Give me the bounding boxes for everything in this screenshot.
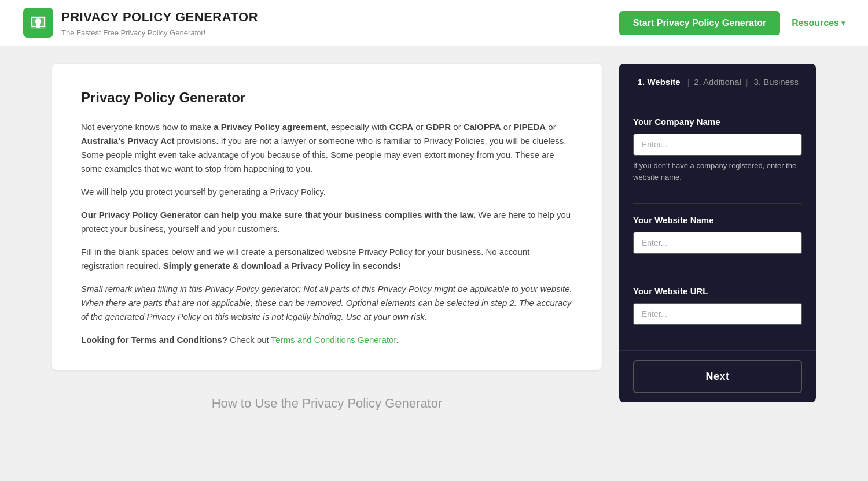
header-right: Start Privacy Policy Generator Resources… bbox=[619, 11, 845, 35]
paragraph-3: Our Privacy Policy Generator can help yo… bbox=[81, 208, 573, 236]
tos-paragraph: Looking for Terms and Conditions? Check … bbox=[81, 333, 573, 347]
paragraph-4: Fill in the blank spaces below and we wi… bbox=[81, 245, 573, 273]
website-url-input[interactable] bbox=[633, 303, 802, 325]
logo-icon bbox=[23, 8, 53, 38]
step-divider-2: | bbox=[746, 75, 748, 89]
main-content: Privacy Policy Generator Not everyone kn… bbox=[29, 46, 839, 443]
divider-2 bbox=[633, 275, 802, 275]
next-button[interactable]: Next bbox=[633, 360, 802, 393]
company-name-hint: If you don't have a company registered, … bbox=[633, 160, 802, 183]
company-name-label: Your Company Name bbox=[633, 115, 802, 129]
next-card: Next bbox=[619, 350, 816, 402]
how-to-title: How to Use the Privacy Policy Generator bbox=[52, 382, 602, 425]
step-3-business[interactable]: 3. Business bbox=[751, 75, 802, 89]
left-panel: Privacy Policy Generator Not everyone kn… bbox=[52, 64, 602, 426]
website-name-section: Your Website Name bbox=[633, 213, 802, 254]
right-panel: 1. Website | 2. Additional | 3. Business… bbox=[619, 64, 816, 402]
page-title: Privacy Policy Generator bbox=[81, 87, 573, 109]
step-2-additional[interactable]: 2. Additional bbox=[692, 75, 743, 89]
intro-card: Privacy Policy Generator Not everyone kn… bbox=[52, 64, 602, 370]
website-name-label: Your Website Name bbox=[633, 213, 802, 227]
step-1-website[interactable]: 1. Website bbox=[633, 75, 685, 89]
site-subtitle: The Fastest Free Privacy Policy Generato… bbox=[61, 27, 258, 39]
logo-area: PRIVACY POLICY GENERATOR The Fastest Fre… bbox=[23, 7, 258, 39]
tos-link[interactable]: Terms and Conditions Generator bbox=[271, 335, 396, 345]
divider-1 bbox=[633, 204, 802, 204]
form-card: Your Company Name If you don't have a co… bbox=[619, 101, 816, 350]
step-divider-1: | bbox=[687, 75, 689, 89]
paragraph-2: We will help you protect yourself by gen… bbox=[81, 185, 573, 199]
resources-button[interactable]: Resources ▾ bbox=[792, 18, 845, 28]
paragraph-1: Not everyone knows how to make a Privacy… bbox=[81, 120, 573, 176]
website-url-section: Your Website URL bbox=[633, 284, 802, 325]
site-title: PRIVACY POLICY GENERATOR bbox=[61, 7, 258, 27]
company-name-input[interactable] bbox=[633, 134, 802, 156]
website-name-input[interactable] bbox=[633, 232, 802, 254]
italic-note: Small remark when filling in this Privac… bbox=[81, 282, 573, 324]
logo-text: PRIVACY POLICY GENERATOR The Fastest Fre… bbox=[61, 7, 258, 39]
steps-nav: 1. Website | 2. Additional | 3. Business bbox=[619, 64, 816, 101]
chevron-down-icon: ▾ bbox=[841, 19, 845, 27]
website-url-label: Your Website URL bbox=[633, 284, 802, 298]
start-generator-button[interactable]: Start Privacy Policy Generator bbox=[619, 11, 780, 35]
company-name-section: Your Company Name If you don't have a co… bbox=[633, 115, 802, 183]
header: PRIVACY POLICY GENERATOR The Fastest Fre… bbox=[0, 0, 868, 46]
